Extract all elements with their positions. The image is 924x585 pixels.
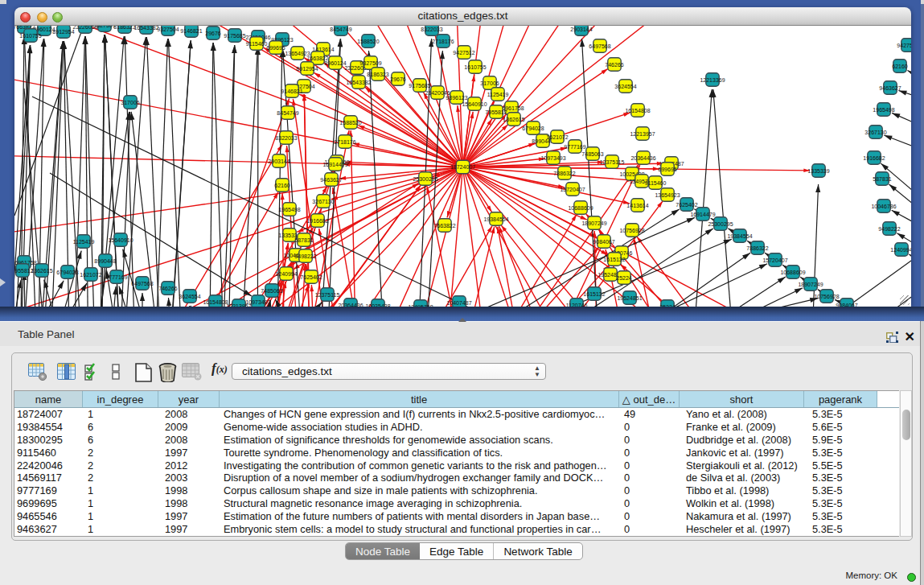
- svg-text:9777169: 9777169: [105, 274, 127, 280]
- svg-text:9146821: 9146821: [180, 28, 202, 34]
- svg-text:25300295: 25300295: [708, 221, 733, 227]
- svg-text:7886322: 7886322: [746, 245, 768, 251]
- svg-text:9146821: 9146821: [281, 89, 302, 94]
- svg-text:62160: 62160: [274, 183, 290, 188]
- svg-text:699695: 699695: [658, 167, 676, 172]
- svg-text:18907249: 18907249: [581, 220, 606, 226]
- svg-text:16154808: 16154808: [625, 108, 650, 113]
- svg-text:587831: 587831: [873, 176, 891, 182]
- svg-text:9327509: 9327509: [93, 26, 115, 28]
- svg-text:15640910: 15640910: [462, 101, 487, 107]
- svg-text:2903144: 2903144: [570, 27, 592, 32]
- svg-text:8990448: 8990448: [94, 258, 116, 264]
- svg-text:1916682: 1916682: [863, 155, 885, 161]
- svg-text:25300295: 25300295: [413, 176, 437, 182]
- svg-text:18724007: 18724007: [450, 164, 475, 170]
- svg-text:7625402: 7625402: [300, 274, 322, 280]
- svg-text:12213369: 12213369: [700, 77, 725, 83]
- svg-text:9498222: 9498222: [878, 226, 900, 232]
- svg-text:9427512: 9427512: [453, 50, 474, 56]
- svg-text:1240994: 1240994: [275, 271, 297, 277]
- svg-text:1588520: 1588520: [339, 120, 361, 126]
- svg-text:3267130: 3267130: [312, 199, 334, 204]
- svg-text:9498222: 9498222: [294, 253, 316, 259]
- svg-text:3267130: 3267130: [864, 130, 886, 135]
- svg-text:13654923: 13654923: [655, 192, 680, 198]
- svg-text:2903144: 2903144: [268, 159, 290, 164]
- svg-text:10688609: 10688609: [568, 205, 593, 211]
- svg-text:1125419: 1125419: [487, 92, 509, 97]
- svg-text:7625402: 7625402: [676, 202, 697, 208]
- svg-text:1965498: 1965498: [278, 207, 300, 212]
- svg-text:16543382: 16543382: [133, 26, 158, 31]
- svg-text:746266: 746266: [605, 62, 623, 68]
- svg-text:8186323: 8186323: [367, 72, 388, 77]
- svg-text:16543382: 16543382: [346, 80, 371, 85]
- svg-text:317006: 317006: [121, 100, 139, 105]
- svg-text:1125419: 1125419: [73, 239, 95, 245]
- svg-text:9427512: 9427512: [897, 43, 911, 48]
- svg-text:12375115: 12375115: [315, 292, 340, 298]
- svg-text:16914479: 16914479: [322, 162, 347, 167]
- svg-text:7886322: 7886322: [553, 171, 575, 176]
- svg-text:317006: 317006: [480, 80, 499, 86]
- svg-text:2718176: 2718176: [334, 139, 355, 145]
- svg-text:8186323: 8186323: [113, 26, 135, 30]
- svg-text:1615132: 1615132: [603, 257, 625, 262]
- svg-text:8912954: 8912954: [52, 29, 74, 35]
- svg-text:7955812: 7955812: [485, 109, 507, 115]
- svg-text:6794028: 6794028: [522, 126, 544, 131]
- svg-text:1615132: 1615132: [583, 291, 605, 297]
- svg-text:29676: 29676: [390, 76, 406, 82]
- svg-text:9463627: 9463627: [320, 177, 342, 183]
- svg-text:1621072: 1621072: [80, 272, 101, 278]
- svg-text:16154808: 16154808: [203, 299, 228, 305]
- svg-text:10046786: 10046786: [871, 204, 896, 209]
- svg-text:9115460: 9115460: [246, 41, 268, 47]
- svg-text:3624554: 3624554: [179, 294, 200, 299]
- svg-text:16914479: 16914479: [690, 212, 715, 217]
- svg-text:20364436: 20364436: [630, 155, 655, 161]
- svg-text:1621072: 1621072: [546, 134, 568, 140]
- svg-text:1362615: 1362615: [503, 117, 524, 122]
- svg-text:10407487: 10407487: [446, 300, 471, 306]
- svg-text:15720407: 15720407: [762, 257, 787, 263]
- svg-text:699695: 699695: [266, 45, 285, 51]
- svg-text:1610755: 1610755: [464, 64, 486, 70]
- svg-text:8322033: 8322033: [421, 27, 442, 32]
- svg-text:587831: 587831: [294, 237, 313, 243]
- svg-text:19384554: 19384554: [727, 233, 752, 239]
- svg-text:3624554: 3624554: [614, 84, 636, 89]
- svg-text:19384554: 19384554: [483, 216, 508, 222]
- svg-text:1240994: 1240994: [890, 247, 911, 253]
- svg-text:9084067: 9084067: [593, 239, 614, 245]
- svg-text:9327509: 9327509: [359, 60, 381, 66]
- svg-text:746266: 746266: [158, 286, 177, 291]
- svg-text:18907249: 18907249: [798, 282, 823, 287]
- svg-text:7663822: 7663822: [433, 223, 455, 229]
- svg-text:10756928: 10756928: [814, 294, 839, 299]
- svg-text:10688609: 10688609: [780, 270, 805, 275]
- svg-text:15640910: 15640910: [108, 237, 133, 243]
- svg-text:7485063: 7485063: [581, 151, 603, 157]
- svg-text:1916682: 1916682: [306, 218, 328, 224]
- svg-text:62160: 62160: [892, 64, 908, 69]
- svg-text:2718176: 2718176: [432, 39, 454, 44]
- svg-text:8454749: 8454749: [330, 27, 351, 32]
- svg-text:9896123: 9896123: [446, 95, 467, 101]
- svg-text:9463627: 9463627: [879, 85, 901, 91]
- svg-text:9175685: 9175685: [224, 33, 245, 39]
- svg-text:8960124: 8960124: [324, 60, 346, 66]
- svg-text:9777169: 9777169: [564, 144, 585, 150]
- svg-text:12213957: 12213957: [630, 131, 655, 137]
- svg-text:15720407: 15720407: [560, 187, 585, 192]
- svg-text:9175685: 9175685: [409, 83, 430, 89]
- svg-text:8912954: 8912954: [296, 66, 318, 72]
- svg-text:1335339: 1335339: [807, 168, 829, 174]
- svg-text:9115460: 9115460: [645, 180, 667, 186]
- svg-text:12375115: 12375115: [600, 159, 625, 165]
- svg-text:8454749: 8454749: [277, 110, 298, 116]
- svg-text:1610755: 1610755: [19, 33, 41, 39]
- svg-text:1588520: 1588520: [357, 39, 379, 44]
- svg-text:9327504: 9327504: [157, 27, 179, 32]
